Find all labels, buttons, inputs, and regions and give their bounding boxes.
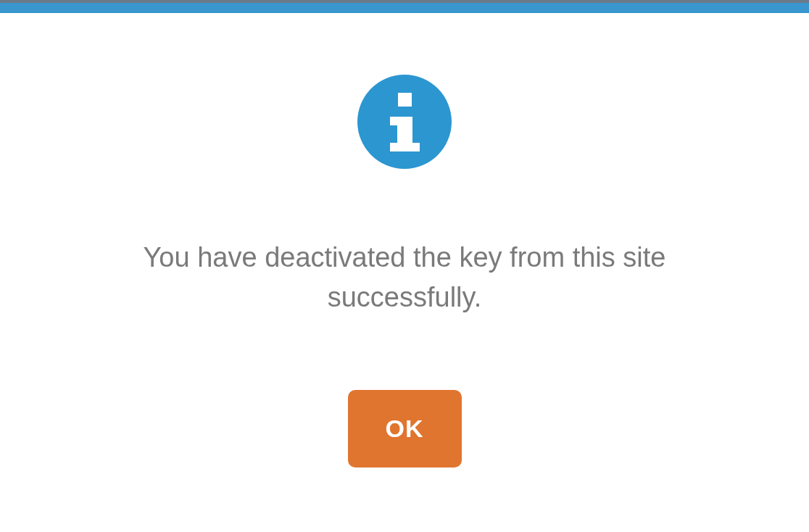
info-icon xyxy=(357,75,452,169)
ok-button[interactable]: OK xyxy=(348,390,462,467)
dialog-message: You have deactivated the key from this s… xyxy=(78,238,731,317)
info-icon-glyph xyxy=(397,93,412,151)
info-dialog: You have deactivated the key from this s… xyxy=(0,13,809,467)
dialog-accent-bar xyxy=(0,3,809,13)
